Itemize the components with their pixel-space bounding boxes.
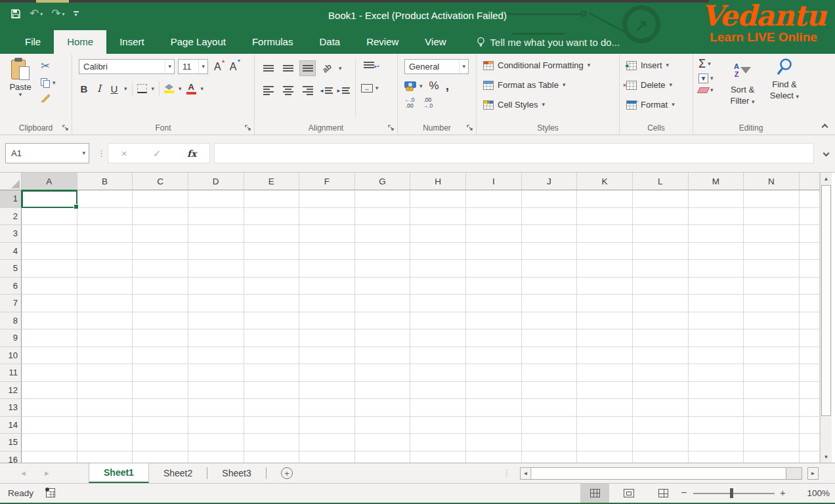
cell-N5[interactable] xyxy=(744,260,800,278)
cell-H13[interactable] xyxy=(410,399,466,417)
cell-L11[interactable] xyxy=(633,364,689,382)
cell-F1[interactable] xyxy=(299,190,355,208)
row-header-9[interactable]: 9 xyxy=(0,329,22,347)
cell-F5[interactable] xyxy=(299,260,355,278)
column-header-M[interactable]: M xyxy=(689,173,744,190)
cell-N3[interactable] xyxy=(744,225,800,243)
cell-M9[interactable] xyxy=(689,329,744,347)
cell-M4[interactable] xyxy=(689,243,744,261)
cell-B14[interactable] xyxy=(77,417,133,434)
shrink-font-button[interactable]: A ▼ xyxy=(227,61,240,73)
cell-L14[interactable] xyxy=(633,417,689,434)
cell-J11[interactable] xyxy=(522,364,578,382)
cell-G11[interactable] xyxy=(355,364,411,382)
cell-B7[interactable] xyxy=(77,295,133,312)
cell-M2[interactable] xyxy=(689,208,744,226)
row-header-10[interactable]: 10 xyxy=(0,347,22,365)
cell-D8[interactable] xyxy=(188,312,244,330)
row-header-3[interactable]: 3 xyxy=(0,225,22,243)
align-top-button[interactable] xyxy=(260,60,276,76)
cell-I15[interactable] xyxy=(466,434,522,452)
cell-L6[interactable] xyxy=(633,278,689,295)
macro-record-icon[interactable] xyxy=(46,488,55,497)
cell-C8[interactable] xyxy=(133,312,188,330)
cancel-icon[interactable]: × xyxy=(121,148,127,159)
cell-N2[interactable] xyxy=(744,208,800,226)
cell-K8[interactable] xyxy=(577,312,633,330)
vertical-scrollbar[interactable]: ▲ ▼ xyxy=(820,173,832,463)
scroll-left-icon[interactable]: ◄ xyxy=(521,468,531,479)
cell-F12[interactable] xyxy=(299,382,355,400)
cell-E9[interactable] xyxy=(244,329,300,347)
cell-F13[interactable] xyxy=(299,399,355,417)
enter-icon[interactable]: ✓ xyxy=(153,148,161,159)
cell-M3[interactable] xyxy=(689,225,744,243)
zoom-in-button[interactable]: + xyxy=(780,487,786,498)
customize-qat-button[interactable]: ▾ xyxy=(74,11,79,17)
cell-D12[interactable] xyxy=(188,382,244,400)
number-format-combo[interactable]: General ▾ xyxy=(404,59,469,74)
dialog-launcher-icon[interactable] xyxy=(388,125,395,131)
cell-H15[interactable] xyxy=(410,434,466,452)
cell-E14[interactable] xyxy=(244,417,300,434)
cell-L15[interactable] xyxy=(633,434,689,452)
zoom-out-button[interactable]: − xyxy=(681,487,687,499)
cell-K10[interactable] xyxy=(577,347,633,365)
cell-G7[interactable] xyxy=(355,295,411,312)
cell-J13[interactable] xyxy=(522,399,578,417)
collapse-ribbon-icon[interactable] xyxy=(822,124,828,131)
align-left-button[interactable] xyxy=(260,83,276,98)
cell-B2[interactable] xyxy=(77,208,133,226)
column-header-E[interactable]: E xyxy=(244,173,300,190)
row-header-4[interactable]: 4 xyxy=(0,243,22,261)
cell-D5[interactable] xyxy=(188,260,244,278)
font-size-combo[interactable]: 11 ▾ xyxy=(178,59,208,74)
dropdown-caret-icon[interactable]: ▾ xyxy=(165,60,174,74)
cell-C7[interactable] xyxy=(133,295,188,312)
cell-C12[interactable] xyxy=(133,382,188,400)
cell-L2[interactable] xyxy=(633,208,689,226)
increase-decimal-button[interactable]: ←.0 .00 xyxy=(404,97,415,109)
cell-F2[interactable] xyxy=(299,208,355,226)
row-header-8[interactable]: 8 xyxy=(0,312,22,330)
cell-I4[interactable] xyxy=(466,243,522,261)
formula-input[interactable] xyxy=(214,143,814,163)
fill-button[interactable]: ▼ ▾ xyxy=(698,74,714,83)
cell-K13[interactable] xyxy=(577,399,633,417)
cell-A3[interactable] xyxy=(22,225,77,243)
cell-B9[interactable] xyxy=(77,329,133,347)
percent-style-button[interactable]: % xyxy=(429,79,439,93)
cell-I5[interactable] xyxy=(466,260,522,278)
increase-indent-button[interactable]: ► xyxy=(336,87,350,94)
cell-M12[interactable] xyxy=(689,382,744,400)
cell-M15[interactable] xyxy=(689,434,744,452)
cell-F7[interactable] xyxy=(299,295,355,312)
cell-J8[interactable] xyxy=(522,312,578,330)
cell-B11[interactable] xyxy=(77,364,133,382)
cell-F8[interactable] xyxy=(299,312,355,330)
cell-partial-12[interactable] xyxy=(800,382,820,400)
cell-D13[interactable] xyxy=(188,399,244,417)
scroll-up-icon[interactable]: ▲ xyxy=(821,173,832,184)
cell-N11[interactable] xyxy=(744,364,800,382)
cell-E4[interactable] xyxy=(244,243,300,261)
name-box[interactable]: A1 ▾ xyxy=(5,143,89,163)
cell-N9[interactable] xyxy=(744,329,800,347)
cell-B8[interactable] xyxy=(77,312,133,330)
column-header-D[interactable]: D xyxy=(188,173,244,190)
accounting-format-button[interactable]: ▾ xyxy=(404,81,423,91)
cell-A12[interactable] xyxy=(22,382,77,400)
format-as-table-button[interactable]: Format as Table ▾ xyxy=(483,80,566,90)
decrease-indent-button[interactable]: ◄ xyxy=(319,87,333,94)
sheet-tab-sheet1[interactable]: Sheet1 xyxy=(89,463,149,483)
align-middle-button[interactable] xyxy=(280,60,296,76)
normal-view-button[interactable] xyxy=(580,484,609,503)
zoom-level[interactable]: 100% xyxy=(798,488,830,498)
cell-I7[interactable] xyxy=(466,295,522,312)
new-sheet-button[interactable]: + xyxy=(281,467,293,479)
cell-K15[interactable] xyxy=(577,434,633,452)
font-family-combo[interactable]: Calibri ▾ xyxy=(79,59,175,74)
cell-B3[interactable] xyxy=(77,225,133,243)
cell-G2[interactable] xyxy=(355,208,411,226)
column-header-B[interactable]: B xyxy=(77,173,133,190)
